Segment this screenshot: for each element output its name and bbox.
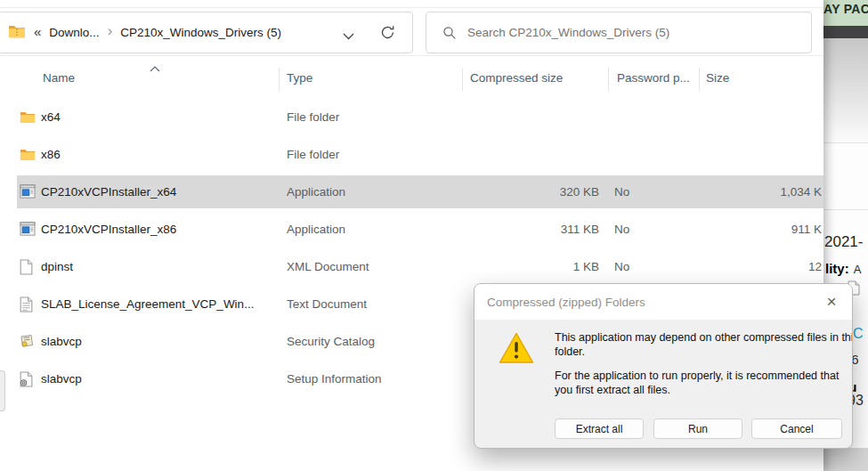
file-name: CP210xVCPInstaller_x64 — [41, 185, 176, 199]
refresh-icon[interactable] — [380, 25, 395, 44]
column-header-row: Name Type Compressed size Password p... … — [0, 64, 823, 94]
warning-icon — [498, 331, 535, 369]
file-row[interactable]: x86 File folder — [0, 136, 823, 174]
file-password-protected: No — [614, 185, 629, 199]
dialog-message-line2: For the application to run properly, it … — [555, 369, 853, 397]
background-divider — [823, 209, 868, 210]
background-text-fragment: 2021- — [824, 233, 863, 251]
text-document-icon — [20, 296, 36, 313]
file-name: x86 — [41, 148, 61, 161]
left-edge-tab — [0, 370, 5, 411]
background-text-fragment: lity:A — [825, 261, 861, 276]
breadcrumb-separator: › — [108, 22, 113, 40]
sort-ascending-icon — [150, 61, 160, 75]
breadcrumb-parent[interactable]: Downlo... — [49, 26, 99, 39]
file-compressed-size: 311 KB — [470, 223, 599, 236]
file-type: Setup Information — [287, 372, 382, 386]
file-compressed-size: 1 KB — [470, 260, 599, 273]
file-type: Application — [287, 223, 345, 236]
xml-document-icon — [20, 259, 36, 275]
file-name: slabvcp — [41, 335, 82, 348]
security-catalog-icon — [20, 334, 36, 350]
background-banner: AY PACK — [823, 0, 868, 26]
header-divider — [0, 55, 823, 56]
column-header-type[interactable]: Type — [287, 71, 312, 85]
file-type: Security Catalog — [287, 335, 375, 348]
file-type: File folder — [287, 148, 339, 161]
file-size: 12 — [746, 260, 822, 273]
screenshot-root: AY PACK 2021- lity:A C .6 su 93 « Downlo… — [0, 0, 868, 471]
cancel-button[interactable]: Cancel — [751, 418, 842, 439]
file-name: CP210xVCPInstaller_x86 — [41, 223, 176, 236]
fragment-lity: lity: — [825, 261, 849, 276]
file-password-protected: No — [614, 260, 629, 273]
file-row-selected[interactable]: CP210xVCPInstaller_x64 Application 320 K… — [0, 174, 823, 211]
search-input[interactable] — [467, 26, 811, 39]
file-type: Application — [287, 185, 345, 199]
fragment-lity-tail: A — [849, 263, 862, 276]
column-header-password-protected[interactable]: Password p... — [617, 71, 690, 85]
application-icon — [20, 222, 36, 238]
background-dark-bar — [823, 26, 868, 38]
toolbar-divider — [0, 7, 823, 8]
background-text-fragment: C — [853, 326, 864, 342]
file-type: File folder — [287, 110, 339, 124]
file-compressed-size: 320 KB — [470, 185, 599, 199]
extract-all-button[interactable]: Extract all — [555, 418, 644, 439]
close-icon[interactable]: × — [820, 291, 843, 313]
column-divider[interactable] — [699, 68, 700, 91]
breadcrumb-current-folder[interactable]: CP210x_Windows_Drivers (5) — [120, 26, 281, 39]
dialog-message-line1: This application may depend on other com… — [555, 331, 853, 359]
file-size: 1,034 K — [746, 185, 822, 199]
file-row[interactable]: dpinst XML Document 1 KB No 12 — [0, 248, 823, 286]
dialog-title: Compressed (zipped) Folders — [475, 284, 852, 320]
file-size: 911 K — [746, 223, 822, 236]
breadcrumb-collapse-chevrons[interactable]: « — [34, 24, 41, 39]
file-password-protected: No — [614, 223, 629, 236]
file-row[interactable]: CP210xVCPInstaller_x86 Application 311 K… — [0, 211, 823, 248]
address-dropdown-chevron-icon[interactable] — [343, 28, 354, 44]
folder-icon — [20, 110, 36, 126]
background-gradient — [823, 38, 868, 150]
compressed-folders-dialog: Compressed (zipped) Folders × This appli… — [474, 283, 853, 449]
background-divider — [823, 142, 868, 143]
file-name: slabvcp — [41, 372, 82, 386]
file-name: x64 — [41, 110, 61, 124]
search-box[interactable] — [426, 12, 812, 53]
folder-icon — [20, 147, 36, 163]
column-header-size[interactable]: Size — [706, 71, 729, 85]
application-icon — [20, 184, 36, 200]
column-divider[interactable] — [462, 68, 463, 91]
address-bar[interactable]: « Downlo... › CP210x_Windows_Drivers (5) — [0, 12, 413, 53]
column-header-compressed-size[interactable]: Compressed size — [470, 71, 563, 85]
run-button[interactable]: Run — [653, 418, 742, 439]
column-divider[interactable] — [279, 68, 280, 91]
background-gray-box — [823, 448, 868, 471]
zip-folder-icon — [8, 23, 26, 42]
file-type: Text Document — [287, 297, 367, 311]
file-name: SLAB_License_Agreement_VCP_Win... — [41, 297, 254, 311]
column-divider[interactable] — [608, 68, 609, 91]
file-name: dpinst — [41, 260, 73, 273]
file-type: XML Document — [287, 260, 369, 273]
search-icon — [442, 26, 457, 40]
setup-information-icon — [20, 371, 36, 387]
column-header-name[interactable]: Name — [43, 71, 75, 85]
file-row[interactable]: x64 File folder — [0, 99, 823, 136]
